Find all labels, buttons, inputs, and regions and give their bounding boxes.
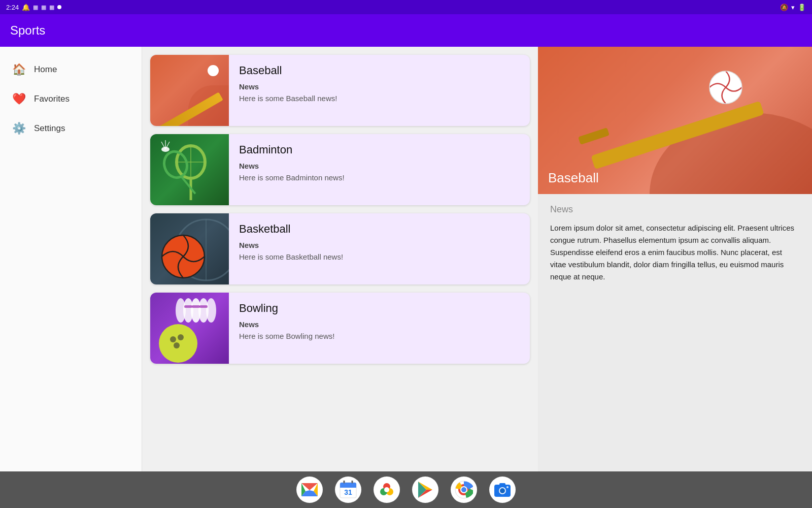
- svg-point-45: [384, 487, 389, 492]
- svg-point-25: [174, 342, 180, 348]
- bowling-news-label: News: [239, 320, 334, 329]
- basketball-news-label: News: [239, 241, 343, 249]
- bowling-title: Bowling: [239, 302, 334, 315]
- sidebar-settings-label: Settings: [34, 123, 65, 134]
- baseball-title: Baseball: [239, 64, 337, 77]
- detail-image: Baseball: [538, 47, 812, 194]
- camera-icon[interactable]: [489, 477, 516, 503]
- svg-point-17: [176, 298, 186, 323]
- settings-icon: ⚙️: [12, 122, 26, 135]
- basketball-title: Basketball: [239, 223, 343, 236]
- sport-card-baseball[interactable]: Baseball News Here is some Baseball news…: [150, 55, 530, 126]
- baseball-news-label: News: [239, 82, 337, 91]
- sim-icon: 🔔: [22, 4, 30, 11]
- detail-news-text: Lorem ipsum dolor sit amet, consectetur …: [550, 222, 800, 283]
- app-title: Sports: [10, 23, 45, 38]
- chrome-icon[interactable]: [451, 477, 477, 503]
- sidebar: 🏠 Home ❤️ Favorites ⚙️ Settings: [0, 47, 142, 471]
- svg-rect-38: [340, 486, 356, 488]
- badminton-title: Badminton: [239, 143, 345, 156]
- badminton-image: [150, 134, 229, 205]
- sidebar-item-settings[interactable]: ⚙️ Settings: [0, 114, 142, 143]
- svg-point-60: [506, 486, 509, 488]
- sidebar-item-home[interactable]: 🏠 Home: [0, 55, 142, 84]
- sport-card-bowling[interactable]: Bowling News Here is some Bowling news!: [150, 293, 530, 364]
- svg-rect-21: [199, 305, 208, 308]
- svg-point-18: [206, 298, 216, 323]
- grid3-icon: ▦: [49, 4, 54, 11]
- dot-icon: [57, 5, 61, 9]
- mute-icon: 🔕: [780, 4, 788, 11]
- photos-icon[interactable]: [374, 477, 400, 503]
- status-right: 🔕 ▾ 🔋: [780, 4, 806, 11]
- svg-rect-59: [499, 483, 505, 486]
- battery-icon: 🔋: [798, 4, 806, 11]
- bottom-dock: 31: [0, 471, 812, 508]
- basketball-news-text: Here is some Basketball news!: [239, 252, 343, 261]
- svg-point-58: [500, 488, 505, 493]
- svg-rect-20: [184, 305, 192, 308]
- gmail-icon[interactable]: [296, 477, 323, 503]
- home-icon: 🏠: [12, 63, 26, 76]
- bowling-news-text: Here is some Bowling news!: [239, 332, 334, 340]
- detail-image-bg: Baseball: [538, 47, 812, 194]
- grid2-icon: ▦: [41, 4, 46, 11]
- status-time: 2:24: [6, 4, 19, 11]
- bowling-card-body: Bowling News Here is some Bowling news!: [229, 293, 345, 364]
- badminton-news-label: News: [239, 162, 345, 170]
- main-content: 🏠 Home ❤️ Favorites ⚙️ Settings Baseball: [0, 47, 812, 471]
- sidebar-item-favorites[interactable]: ❤️ Favorites: [0, 84, 142, 114]
- svg-point-23: [170, 336, 176, 342]
- list-panel[interactable]: Baseball News Here is some Baseball news…: [142, 47, 538, 471]
- app-bar: Sports: [0, 14, 812, 47]
- calendar-icon[interactable]: 31: [335, 477, 361, 503]
- baseball-image: [150, 55, 229, 126]
- svg-rect-19: [192, 305, 200, 308]
- detail-sport-name: Baseball: [548, 170, 599, 186]
- status-bar: 2:24 🔔 ▦ ▦ ▦ 🔕 ▾ 🔋: [0, 0, 812, 14]
- basketball-image: [150, 213, 229, 284]
- favorites-icon: ❤️: [12, 92, 26, 106]
- sport-card-badminton[interactable]: Badminton News Here is some Badminton ne…: [150, 134, 530, 205]
- badminton-news-text: Here is some Badminton news!: [239, 173, 345, 182]
- status-left: 2:24 🔔 ▦ ▦ ▦: [6, 4, 61, 11]
- sidebar-home-label: Home: [34, 65, 57, 75]
- detail-body: News Lorem ipsum dolor sit amet, consect…: [538, 194, 812, 471]
- bowling-image: [150, 293, 229, 364]
- basketball-card-body: Basketball News Here is some Basketball …: [229, 213, 353, 284]
- detail-news-label: News: [550, 204, 800, 215]
- play-store-icon[interactable]: [412, 477, 438, 503]
- sport-card-basketball[interactable]: Basketball News Here is some Basketball …: [150, 213, 530, 284]
- svg-rect-28: [578, 128, 610, 145]
- baseball-card-body: Baseball News Here is some Baseball news…: [229, 55, 347, 126]
- wifi-icon: ▾: [791, 4, 795, 11]
- svg-text:31: 31: [344, 488, 352, 496]
- sidebar-favorites-label: Favorites: [34, 94, 70, 104]
- detail-panel: Baseball News Lorem ipsum dolor sit amet…: [538, 47, 812, 471]
- baseball-news-text: Here is some Baseball news!: [239, 94, 337, 103]
- svg-point-55: [461, 487, 466, 492]
- badminton-card-body: Badminton News Here is some Badminton ne…: [229, 134, 355, 205]
- grid-icon: ▦: [33, 4, 38, 11]
- svg-point-24: [178, 334, 184, 340]
